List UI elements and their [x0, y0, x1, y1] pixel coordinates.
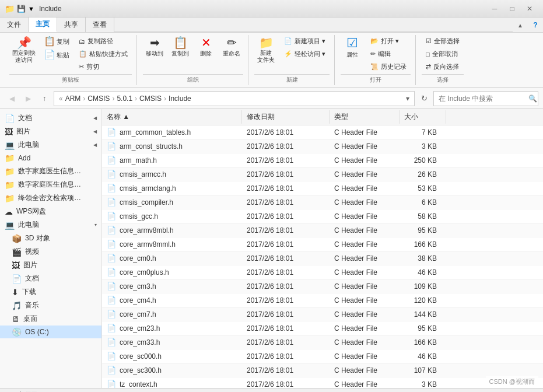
paste-button[interactable]: 📄 粘贴 [41, 48, 72, 61]
sidebar-item-video[interactable]: 🎬 视频 [0, 245, 101, 258]
sidebar-item-add[interactable]: 📁 Add [0, 152, 101, 164]
table-row[interactable]: 📄 core_armv8mbl.h 2017/2/6 18:01 C Heade… [102, 223, 543, 237]
file-date: 2017/2/6 18:01 [242, 267, 330, 278]
table-row[interactable]: 📄 core_cm23.h 2017/2/6 18:01 C Header Fi… [102, 321, 543, 335]
tab-share[interactable]: 共享 [57, 18, 86, 32]
table-row[interactable]: 📄 arm_const_structs.h 2017/2/6 18:01 C H… [102, 139, 543, 153]
table-row[interactable]: 📄 core_cm3.h 2017/2/6 18:01 C Header Fil… [102, 279, 543, 293]
table-row[interactable]: 📄 arm_math.h 2017/2/6 18:01 C Header Fil… [102, 153, 543, 167]
cut-button[interactable]: ✂ 剪切 [75, 61, 132, 73]
col-header-name[interactable]: 名称 ▲ [102, 110, 242, 124]
file-icon: 📄 [107, 156, 116, 164]
ribbon-collapse-button[interactable]: ▲ [513, 18, 528, 33]
sidebar-item-docs[interactable]: 📄 文档 [0, 272, 101, 285]
rename-button[interactable]: ✏ 重命名 [220, 35, 243, 60]
file-size: 53 KB [400, 183, 446, 194]
new-folder-button[interactable]: 📁 新建文件夹 [254, 35, 278, 65]
file-size: 3 KB [400, 379, 446, 388]
table-row[interactable]: 📄 core_sc300.h 2017/2/6 18:01 C Header F… [102, 363, 543, 377]
table-row[interactable]: 📄 core_armv8mml.h 2017/2/6 18:01 C Heade… [102, 237, 543, 251]
sidebar-label-pictures: 图片 [16, 127, 90, 136]
new-item-button[interactable]: 📄 新建项目 ▾ [280, 35, 330, 47]
sidebar-item-thispc[interactable]: 💻 此电脑 ◀ [0, 138, 101, 152]
easy-access-button[interactable]: ⚡ 轻松访问 ▾ [280, 48, 330, 60]
sidebar-item-digital1[interactable]: 📁 数字家庭医生信息… [0, 164, 101, 178]
sidebar-item-thispc2[interactable]: 💻 此电脑 ▾ [0, 218, 101, 232]
maximize-button[interactable]: □ [503, 0, 521, 18]
table-row[interactable]: 📄 core_cm33.h 2017/2/6 18:01 C Header Fi… [102, 335, 543, 349]
delete-button[interactable]: ✕ 删除 [194, 35, 218, 60]
col-header-size[interactable]: 大小 [400, 110, 446, 124]
sidebar-item-pictures[interactable]: 🖼 图片 ◀ [0, 125, 101, 138]
clipboard-group-label: 剪贴板 [9, 74, 132, 85]
paste-shortcut-button[interactable]: 📋 粘贴快捷方式 [75, 48, 132, 60]
details-view-button[interactable]: ☰ [508, 390, 520, 393]
select-all-icon: ☑ [426, 37, 432, 45]
file-icon: 📄 [107, 226, 116, 235]
sidebar-item-music[interactable]: 🎵 音乐 [0, 299, 101, 312]
sidebar-label-thispc2: 此电脑 [18, 220, 91, 230]
sidebar-item-wps[interactable]: ☁ WPS网盘 [0, 205, 101, 218]
properties-button[interactable]: ☑ 属性 [341, 35, 364, 61]
file-name: core_cm33.h [120, 338, 160, 346]
table-row[interactable]: 📄 cmsis_armclang.h 2017/2/6 18:01 C Head… [102, 181, 543, 195]
sidebar-item-digital2[interactable]: 📁 数字家庭医生信息… [0, 178, 101, 191]
sidebar-item-desktop[interactable]: 🖥 桌面 [0, 312, 101, 326]
table-row[interactable]: 📄 core_cm0plus.h 2017/2/6 18:01 C Header… [102, 265, 543, 279]
table-row[interactable]: 📄 core_cm4.h 2017/2/6 18:01 C Header Fil… [102, 293, 543, 307]
table-row[interactable]: 📄 cmsis_armcc.h 2017/2/6 18:01 C Header … [102, 167, 543, 181]
tab-view[interactable]: 查看 [86, 18, 114, 32]
minimize-button[interactable]: ─ [486, 0, 503, 18]
desktop-icon: 🖥 [12, 314, 20, 324]
table-row[interactable]: 📄 arm_common_tables.h 2017/2/6 18:01 C H… [102, 125, 543, 139]
sidebar-label-pictures2: 图片 [23, 260, 97, 270]
back-button[interactable]: ◀ [5, 92, 19, 106]
file-size: 120 KB [400, 295, 446, 306]
col-header-type[interactable]: 类型 [330, 110, 400, 124]
tiles-view-button[interactable]: ⊞ [524, 390, 536, 393]
move-to-button[interactable]: ➡ 移动到 [143, 35, 166, 60]
invert-selection-button[interactable]: ⇄ 反向选择 [422, 61, 464, 73]
table-row[interactable]: 📄 core_sc000.h 2017/2/6 18:01 C Header F… [102, 349, 543, 363]
history-button[interactable]: 📜 历史记录 [366, 61, 411, 73]
help-button[interactable]: ? [528, 18, 543, 33]
pin-button[interactable]: 📌 固定到快速访问 [9, 35, 38, 65]
sidebar-item-search[interactable]: 📁 绛领全密文检索项… [0, 191, 101, 205]
edit-button[interactable]: ✏ 编辑 [366, 48, 411, 60]
table-row[interactable]: 📄 tz_context.h 2017/2/6 18:01 C Header F… [102, 377, 543, 388]
pin-label: 固定到快速访问 [12, 50, 36, 64]
search-bar[interactable]: 🔍 [433, 91, 538, 106]
address-bar[interactable]: « ARM › CMSIS › 5.0.1 › CMSIS › Include … [54, 91, 415, 106]
table-row[interactable]: 📄 core_cm0.h 2017/2/6 18:01 C Header Fil… [102, 251, 543, 265]
table-row[interactable]: 📄 cmsis_compiler.h 2017/2/6 18:01 C Head… [102, 195, 543, 209]
col-header-date[interactable]: 修改日期 [242, 110, 330, 124]
file-name: arm_const_structs.h [120, 142, 183, 150]
sidebar-item-osc[interactable]: 💿 OS (C:) [0, 326, 101, 338]
open-button[interactable]: 📂 打开 ▾ [366, 35, 411, 47]
tab-file[interactable]: 文件 [0, 18, 29, 32]
sidebar-label-wps: WPS网盘 [16, 206, 97, 216]
open-buttons: ☑ 属性 📂 打开 ▾ ✏ 编辑 📜 历史记录 [341, 35, 411, 73]
sidebar-item-3d[interactable]: 📦 3D 对象 [0, 232, 101, 245]
copy-to-button[interactable]: 📋 复制到 [169, 35, 192, 60]
deselect-all-button[interactable]: □ 全部取消 [422, 48, 464, 60]
sidebar-item-pictures2[interactable]: 🖼 图片 [0, 258, 101, 272]
refresh-button[interactable]: ↻ [417, 92, 431, 106]
search-input[interactable] [439, 94, 526, 103]
table-row[interactable]: 📄 cmsis_gcc.h 2017/2/6 18:01 C Header Fi… [102, 209, 543, 223]
edit-label: 编辑 [378, 50, 391, 58]
close-button[interactable]: ✕ [521, 0, 538, 18]
new-buttons: 📁 新建文件夹 📄 新建项目 ▾ ⚡ 轻松访问 ▾ [254, 35, 330, 73]
sidebar-item-documents[interactable]: 📄 文档 ◀ [0, 111, 101, 125]
paste-shortcut-icon: 📋 [79, 50, 87, 58]
up-button[interactable]: ↑ [37, 92, 51, 106]
forward-button[interactable]: ▶ [21, 92, 35, 106]
copy-button[interactable]: 📋 复制 [41, 35, 72, 48]
copy-path-button[interactable]: 🗂 复制路径 [75, 35, 132, 47]
sidebar-item-downloads[interactable]: ⬇ 下载 [0, 285, 101, 299]
file-date: 2017/2/6 18:01 [242, 253, 330, 264]
address-root: « [59, 94, 63, 103]
select-all-button[interactable]: ☑ 全部选择 [422, 35, 464, 47]
table-row[interactable]: 📄 core_cm7.h 2017/2/6 18:01 C Header Fil… [102, 307, 543, 321]
tab-home[interactable]: 主页 [29, 18, 57, 32]
